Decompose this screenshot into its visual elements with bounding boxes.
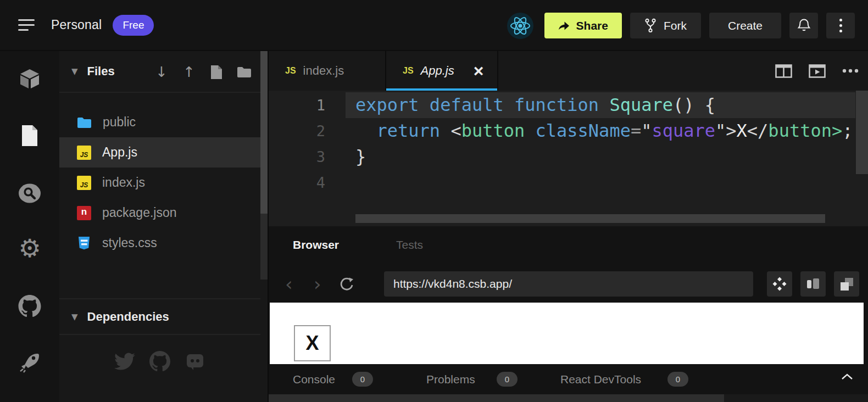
editor-vertical-scrollbar[interactable] [856, 91, 868, 174]
dependencies-header[interactable]: ▼ Dependencies [59, 298, 260, 335]
folder-icon [77, 116, 92, 129]
square-button[interactable]: X [294, 325, 331, 361]
browser-bottom-scrollbar[interactable] [269, 394, 868, 402]
share-label: Share [576, 19, 608, 32]
js-file-icon: JS [77, 176, 91, 190]
plan-badge: Free [113, 15, 154, 36]
fork-icon [644, 18, 656, 33]
search-icon[interactable] [18, 182, 41, 205]
browser-tab-bar: Browser Tests [269, 226, 868, 264]
kebab-menu-icon [839, 19, 842, 32]
files-panel: ▼ Files ↓ ↑ publicJSApp.jsJSindex.jsnpac… [59, 51, 260, 402]
rocket-icon[interactable] [18, 350, 41, 373]
js-file-icon: JS [403, 66, 414, 76]
refresh-icon[interactable] [339, 271, 354, 297]
code-line-2[interactable]: 2 return <button className="square">X</b… [269, 118, 868, 144]
top-bar: Personal Free Share [0, 0, 868, 51]
chevron-down-icon[interactable]: ▼ [71, 66, 78, 76]
npm-file-icon: n [77, 206, 91, 220]
tab-tests[interactable]: Tests [396, 226, 423, 264]
react-devtools-count-badge: 0 [667, 372, 688, 387]
tab-react-devtools[interactable]: React DevTools [560, 364, 641, 394]
new-folder-icon[interactable] [236, 66, 252, 78]
editor-tab-bar: JS index.js JS App.js × [269, 51, 868, 91]
github-icon[interactable] [18, 295, 41, 317]
workspace-name: Personal [51, 18, 102, 32]
dependencies-title: Dependencies [87, 310, 169, 324]
js-file-icon: JS [77, 146, 91, 160]
scrollbar-thumb[interactable] [260, 51, 268, 214]
create-label: Create [728, 19, 763, 32]
preview-settings-icon[interactable] [767, 271, 792, 297]
share-arrow-icon [558, 21, 570, 31]
cube-icon[interactable] [18, 68, 41, 91]
react-logo[interactable] [507, 13, 533, 39]
line-number: 1 [269, 92, 325, 118]
scrollbar-thumb[interactable] [269, 394, 724, 402]
tab-label: index.js [303, 64, 344, 78]
back-icon[interactable]: ‹ [285, 271, 293, 297]
tab-problems[interactable]: Problems [426, 364, 475, 394]
line-number: 4 [269, 170, 325, 196]
chevron-up-icon[interactable] [841, 373, 853, 380]
files-title: Files [87, 64, 115, 79]
file-item-public[interactable]: public [59, 107, 260, 137]
editor-actions [775, 51, 859, 91]
js-file-icon: JS [285, 66, 296, 76]
new-file-icon[interactable] [209, 65, 224, 80]
devtools-status-bar: Console 0 Problems 0 React DevTools 0 [269, 364, 868, 394]
react-atom-icon [508, 14, 532, 38]
code-editor[interactable]: 1export default function Square() {2 ret… [269, 91, 868, 226]
code-text: export default function Square() { [355, 92, 715, 118]
tab-console[interactable]: Console [293, 364, 335, 394]
scrollbar-track [260, 214, 268, 280]
more-icon[interactable] [842, 69, 859, 73]
editor-horizontal-scrollbar[interactable] [355, 214, 825, 223]
more-options-button[interactable] [826, 13, 855, 38]
file-item-package-json[interactable]: npackage.json [59, 198, 260, 228]
open-new-window-icon[interactable] [834, 271, 859, 297]
tab-app-js[interactable]: JS App.js × [386, 51, 498, 91]
tab-index-js[interactable]: JS index.js [269, 51, 386, 91]
gear-icon[interactable]: ⚙ [18, 237, 41, 260]
console-count-badge: 0 [352, 372, 373, 387]
preview-window-icon[interactable] [809, 64, 826, 78]
file-name: package.json [102, 205, 177, 220]
file-name: public [103, 115, 136, 130]
file-item-app-js[interactable]: JSApp.js [59, 137, 260, 168]
menu-icon[interactable] [18, 18, 37, 32]
file-item-styles-css[interactable]: styles.css [59, 228, 260, 258]
file-icon[interactable] [20, 125, 39, 147]
close-icon[interactable]: × [474, 63, 496, 79]
social-links [59, 351, 260, 372]
share-button[interactable]: Share [544, 13, 622, 38]
forward-icon[interactable]: › [314, 271, 321, 297]
browser-url-row: ‹ › https://vkd4n8.csb.app/ [269, 271, 868, 297]
files-scrollbar[interactable] [260, 51, 268, 402]
line-number: 3 [269, 144, 325, 170]
chevron-down-icon: ▼ [71, 312, 78, 322]
bell-icon [797, 18, 811, 34]
create-button[interactable]: Create [709, 13, 781, 38]
file-item-index-js[interactable]: JSindex.js [59, 168, 260, 198]
code-line-3[interactable]: 3} [269, 144, 868, 170]
twitter-icon[interactable] [114, 351, 135, 372]
notifications-button[interactable] [789, 13, 818, 38]
code-line-1[interactable]: 1export default function Square() { [269, 92, 868, 118]
split-view-icon[interactable] [775, 64, 792, 78]
fork-button[interactable]: Fork [630, 13, 701, 38]
discord-icon[interactable] [185, 351, 205, 372]
upload-icon[interactable]: ↑ [181, 64, 197, 80]
preview-viewport: X [270, 303, 864, 364]
github-icon[interactable] [149, 351, 170, 372]
tab-browser[interactable]: Browser [293, 226, 339, 264]
line-number: 2 [269, 118, 325, 144]
fork-label: Fork [664, 19, 687, 32]
code-text: } [355, 144, 366, 170]
tab-label: App.js [421, 64, 454, 78]
code-line-4[interactable]: 4 [269, 170, 868, 196]
code-text: return <button className="square">X</but… [355, 118, 853, 144]
download-icon[interactable]: ↓ [154, 64, 169, 80]
url-input[interactable]: https://vkd4n8.csb.app/ [384, 271, 753, 297]
responsive-mode-icon[interactable] [800, 271, 826, 297]
